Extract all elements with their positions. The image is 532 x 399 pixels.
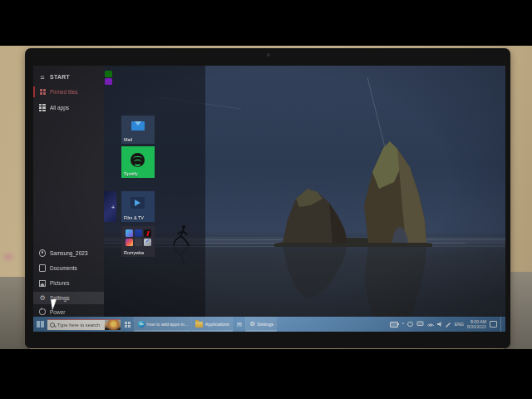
task-view-button[interactable]	[121, 317, 134, 332]
tile-label: Film & TV	[124, 215, 144, 220]
battery-icon[interactable]	[390, 322, 398, 328]
menu-item-settings[interactable]: ⚙ Settings	[33, 292, 104, 304]
language-indicator[interactable]: ENG	[455, 322, 464, 327]
monitor-icon	[417, 322, 423, 326]
menu-label: Pinned tiles	[50, 89, 78, 95]
menu-item-pinned-tiles[interactable]: Pinned tiles	[33, 86, 104, 98]
taskbar-window-explorer[interactable]: Applications	[191, 317, 233, 332]
gear-icon: ⚙	[249, 321, 255, 328]
pen-app-icon	[144, 239, 151, 246]
tile-label: Mail	[124, 137, 132, 142]
taskbar-window-settings[interactable]: ⚙ Settings	[245, 317, 277, 332]
start-header: ≡ START	[33, 71, 104, 83]
taskbar: Type here to search how to add apps in..…	[33, 317, 505, 332]
search-icon	[50, 323, 55, 328]
small-rock	[283, 189, 347, 243]
clock[interactable]: 8:00 AM 8/30/2023	[467, 319, 486, 329]
tile-folder-rozrywka[interactable]: Rozrywka	[121, 226, 155, 257]
taskbar-pinned-mail[interactable]: ✉	[233, 317, 245, 332]
start-button[interactable]	[33, 317, 47, 332]
taskbar-window-edge[interactable]: how to add apps in...	[134, 317, 191, 332]
window-title: Applications	[205, 322, 229, 327]
system-tray: ^ ENG 8:00 AM	[390, 317, 505, 332]
hidden-icons-chevron[interactable]: ^	[401, 323, 404, 327]
menu-item-power[interactable]: Power	[33, 307, 104, 317]
menu-item-pictures[interactable]: Pictures	[33, 277, 104, 289]
all-apps-icon	[39, 104, 45, 111]
pen-icon	[446, 323, 451, 328]
tile-spotify[interactable]: Spotify	[121, 146, 155, 178]
window-title: how to add apps in...	[147, 322, 189, 327]
menu-item-account[interactable]: Samsung_2023	[33, 247, 104, 259]
wall-smudge	[3, 254, 13, 260]
pinned-tiles-icon	[40, 89, 46, 95]
laptop-bezel: Mail Spotify + Film & TV	[25, 48, 510, 348]
menu-item-all-apps[interactable]: All apps	[33, 101, 104, 114]
windows-logo-icon	[37, 321, 44, 328]
menu-label: Documents	[50, 265, 77, 271]
app-icon	[135, 239, 142, 246]
film-tv-icon	[131, 197, 145, 209]
netflix-icon	[144, 229, 151, 237]
folder-icon	[195, 322, 203, 328]
search-placeholder: Type here to search	[57, 323, 100, 328]
menu-label: Samsung_2023	[50, 250, 88, 256]
tile-label: Rozrywka	[124, 250, 144, 255]
photo-background: Mail Spotify + Film & TV	[0, 46, 532, 349]
tray-date: 8/30/2023	[467, 324, 486, 329]
menu-item-documents[interactable]: Documents	[33, 262, 104, 274]
webcam-dot	[267, 53, 270, 57]
edge-icon	[138, 321, 145, 328]
tile-mail[interactable]: Mail	[121, 116, 155, 144]
groove-partial-tile[interactable]	[105, 78, 112, 85]
document-icon	[39, 264, 46, 272]
hamburger-icon[interactable]: ≡	[39, 74, 46, 81]
gear-icon: ⚙	[39, 295, 46, 302]
user-icon	[39, 249, 46, 257]
tray-icon-cluster[interactable]	[416, 320, 451, 328]
big-rock	[364, 141, 426, 243]
plus-glyph: +	[111, 204, 115, 210]
window-title: Settings	[257, 322, 273, 327]
tray-app-icon[interactable]	[407, 322, 413, 328]
xbox-partial-tile[interactable]	[105, 71, 112, 77]
start-title: START	[50, 74, 70, 80]
action-center-icon[interactable]	[490, 321, 497, 328]
power-icon	[39, 308, 46, 316]
speaker-icon	[437, 322, 441, 327]
mail-icon: ✉	[237, 322, 242, 328]
tile-film-tv[interactable]: Film & TV	[121, 191, 155, 222]
start-menu-flyout: ≡ START Pinned tiles All apps Samsung_20…	[33, 66, 104, 317]
mail-icon	[131, 121, 145, 131]
spotify-icon	[131, 153, 145, 167]
tv-app-icon	[126, 229, 133, 237]
search-highlight-art[interactable]	[105, 320, 121, 330]
tile-partial-disney[interactable]: +	[104, 191, 116, 222]
disney-icon	[135, 229, 142, 237]
taskbar-search-box[interactable]: Type here to search	[47, 319, 121, 330]
menu-label: Pictures	[50, 280, 69, 286]
start-tiles-panel: Mail Spotify + Film & TV	[104, 66, 205, 317]
tile-label: Spotify	[124, 171, 138, 176]
menu-label: All apps	[50, 105, 69, 111]
pictures-icon	[39, 280, 46, 287]
show-desktop-button[interactable]	[500, 317, 504, 332]
folder-mini-icons	[126, 229, 151, 246]
task-view-icon	[125, 322, 131, 328]
instagram-icon	[126, 239, 133, 246]
laptop-screen: Mail Spotify + Film & TV	[33, 66, 505, 332]
